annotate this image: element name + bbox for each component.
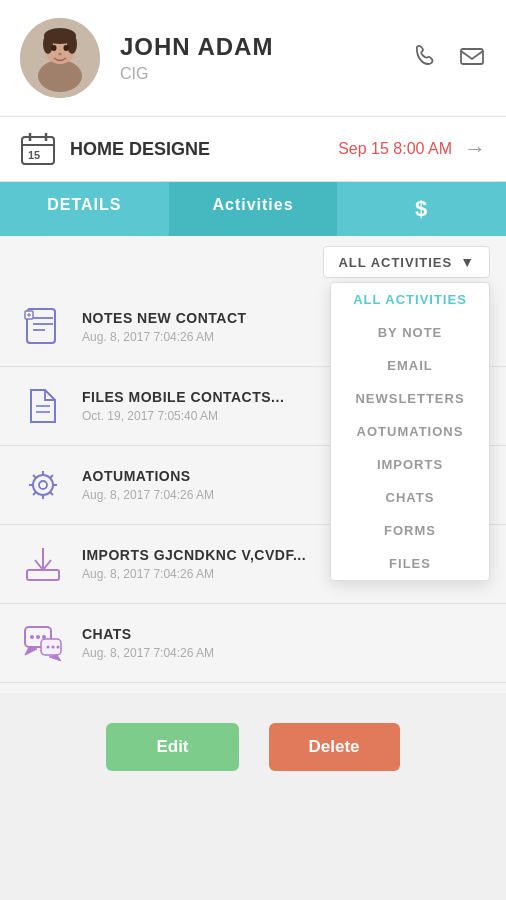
automation-icon: [20, 462, 66, 508]
tabs: DETAILS Activities $: [0, 182, 506, 236]
svg-marker-37: [25, 647, 37, 655]
activity-item-chats[interactable]: CHATS Aug. 8, 2017 7:04:26 AM: [0, 604, 506, 683]
svg-line-32: [50, 475, 53, 478]
svg-line-33: [33, 492, 36, 495]
user-subtitle: CIG: [120, 65, 412, 83]
svg-line-31: [50, 492, 53, 495]
activity-text-chats: CHATS Aug. 8, 2017 7:04:26 AM: [82, 626, 486, 660]
svg-point-4: [43, 34, 53, 54]
svg-point-25: [39, 481, 47, 489]
svg-point-39: [36, 635, 40, 639]
edit-button[interactable]: Edit: [106, 723, 238, 771]
header-info: JOHN ADAM CIG: [120, 33, 412, 83]
user-name: JOHN ADAM: [120, 33, 412, 61]
header: JOHN ADAM CIG: [0, 0, 506, 117]
dropdown-item-aotumations[interactable]: AOTUMATIONS: [331, 415, 489, 448]
filter-arrow-icon: ▼: [460, 254, 475, 270]
svg-point-38: [30, 635, 34, 639]
svg-point-7: [64, 45, 69, 51]
svg-point-45: [57, 646, 60, 649]
imports-icon: [20, 541, 66, 587]
bottom-buttons: Edit Delete: [0, 693, 506, 801]
activity-date-chats: Aug. 8, 2017 7:04:26 AM: [82, 646, 486, 660]
dropdown-item-chats[interactable]: CHATS: [331, 481, 489, 514]
tab-activities[interactable]: Activities: [169, 182, 338, 236]
filter-label: ALL ACTIVITIES: [338, 255, 452, 270]
dropdown-item-imports[interactable]: IMPORTS: [331, 448, 489, 481]
filter-bar: ALL ACTIVITIES ▼ ALL ACTIVITIES BY NOTE …: [0, 236, 506, 288]
home-date: Sep 15 8:00 AM: [338, 140, 452, 158]
dropdown-item-email[interactable]: EMAIL: [331, 349, 489, 382]
svg-point-6: [52, 45, 57, 51]
dropdown-item-newsletters[interactable]: NEWSLETTERS: [331, 382, 489, 415]
svg-text:15: 15: [28, 149, 40, 161]
phone-icon[interactable]: [412, 42, 440, 74]
tab-dollar[interactable]: $: [337, 182, 506, 236]
home-title: HOME DESIGNE: [70, 139, 338, 160]
svg-marker-42: [49, 655, 61, 661]
dropdown-item-by-note[interactable]: BY NOTE: [331, 316, 489, 349]
dropdown-item-files[interactable]: FILES: [331, 547, 489, 580]
dropdown-item-forms[interactable]: FORMS: [331, 514, 489, 547]
svg-point-5: [67, 34, 77, 54]
activities-dropdown: ALL ACTIVITIES BY NOTE EMAIL NEWSLETTERS…: [330, 282, 490, 581]
svg-point-8: [58, 53, 62, 56]
chats-icon: [20, 620, 66, 666]
delete-button[interactable]: Delete: [269, 723, 400, 771]
calendar-icon: 15: [20, 131, 56, 167]
svg-rect-9: [461, 49, 483, 64]
dropdown-item-all-activities[interactable]: ALL ACTIVITIES: [331, 283, 489, 316]
activity-title-chats: CHATS: [82, 626, 486, 642]
svg-point-1: [38, 60, 82, 92]
avatar: [20, 18, 100, 98]
header-actions: [412, 42, 486, 74]
files-icon: [20, 383, 66, 429]
svg-point-44: [52, 646, 55, 649]
tab-details[interactable]: DETAILS: [0, 182, 169, 236]
filter-button[interactable]: ALL ACTIVITIES ▼: [323, 246, 490, 278]
forward-arrow-icon: →: [464, 136, 486, 162]
svg-point-43: [47, 646, 50, 649]
notes-icon: [20, 304, 66, 350]
home-banner[interactable]: 15 HOME DESIGNE Sep 15 8:00 AM →: [0, 117, 506, 182]
svg-line-30: [33, 475, 36, 478]
mail-icon[interactable]: [458, 42, 486, 74]
